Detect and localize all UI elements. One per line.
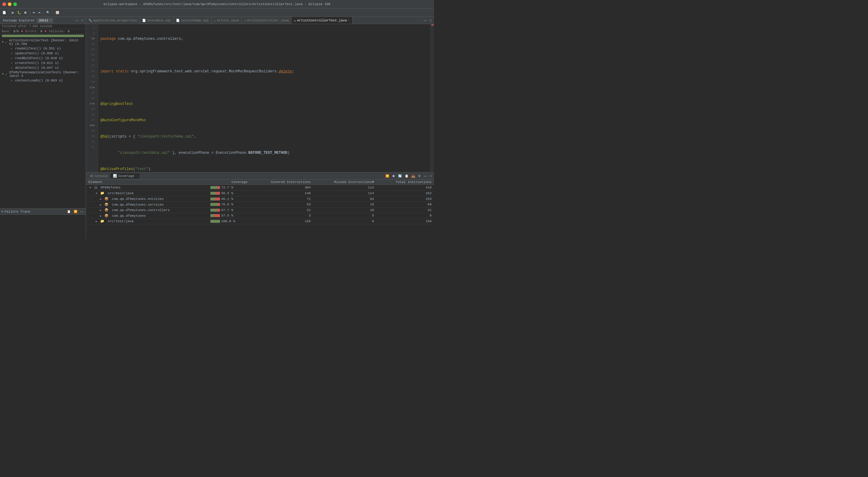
test-readall[interactable]: ✔ readAllTest() (0.551 s) [0,46,86,51]
expand-controllers[interactable]: ▶ [99,209,103,212]
cell-missed-services: 16 [313,202,377,207]
coverage-settings[interactable]: ⚙ [417,174,422,178]
expand-services[interactable]: ▶ [99,203,103,207]
test-readbyid[interactable]: ✔ readByIdTest() (0.010 s) [0,56,86,61]
toolbar-next[interactable]: ➡ [37,10,42,15]
junit-panel: Finished after 7.896 seconds Runs: 6/6 ✖… [0,24,86,208]
cov-red-services [218,203,220,206]
suite-app-label: DfeMyTunesApplicationTests [Runner: JUni… [9,71,85,78]
junit-tab-close[interactable]: × [50,19,51,22]
cov-pct-base: 37.5 % [221,214,233,217]
coverage-toolbar-2[interactable]: ⏹ [391,174,396,178]
coverage-label: Coverage [118,174,134,178]
maximize-button[interactable] [13,2,17,6]
ln-23: 23 [86,42,97,47]
suite-artist-arrow[interactable]: ▼ [1,41,4,44]
test-suite-app[interactable]: ▼ ✔ DfeMyTunesApplicationTests [Runner: … [0,70,86,78]
coverage-tab-close[interactable]: × [135,175,137,178]
tab-icon-artist: ☕ [214,19,216,22]
toolbar-prev[interactable]: ⬅ [31,10,36,15]
coverage-minimize[interactable]: — [423,174,428,178]
sep1 [9,10,9,15]
tab-artist-java[interactable]: ☕ Artist.java [212,17,242,24]
ln-31: 31● [86,85,97,91]
editor-tabs-maximize[interactable]: □ [429,18,433,23]
maximize-panel[interactable]: □ [80,18,85,23]
cell-name-dfemytunes: ▼ 🗂 DFEMyTunes [86,185,208,191]
expand-srcmainjava[interactable]: ▼ [95,192,98,195]
panel-tab-controls: — □ [74,18,85,23]
ln-24: 24 [86,47,97,53]
cov-green-base [210,214,214,217]
expand-entities[interactable]: ▶ [99,198,103,201]
tab-artistcontroller-java[interactable]: ☕ ArtistController.java [242,17,292,24]
tab-package-explorer[interactable]: Package Explorer [1,18,37,23]
test-update-icon: ✔ [10,51,14,56]
expand-base[interactable]: ▶ [99,214,103,218]
suite-app-arrow[interactable]: ▼ [1,73,4,76]
tab-junit[interactable]: JUnit × [37,18,53,23]
toolbar-window[interactable]: 🪟 [54,10,60,15]
tab-coverage[interactable]: 📊 Coverage × [111,173,140,178]
test-update[interactable]: ✔ updateTest() (0.086 s) [0,51,86,56]
test-readbyid-icon: ✔ [10,56,14,60]
cov-pct-dfemytunes: 72.7 % [221,186,233,190]
coverage-toolbar-4[interactable]: 📋 [404,174,409,178]
tab-testschema-sql[interactable]: 📄 testschema.sql [174,17,211,24]
label-entities: com.qa.dfemytunes.entities [112,197,164,201]
expand-srctestjava[interactable]: ▶ [95,220,98,224]
pkg-icon-entities: 📦 [104,197,108,201]
test-create[interactable]: ✔ createTest() (0.011 s) [0,61,86,65]
toolbar-debug[interactable]: 🐛 [16,10,22,15]
cov-pct-srctestjava: 100.0 % [221,219,235,223]
coverage-toolbar-1[interactable]: 🔽 [384,174,390,178]
cell-cov-entities: 46.1 % [208,196,250,202]
tab-artistcontrollertest-java[interactable]: ☕ ArtistControllerTest.java × [291,17,352,24]
coverage-table: Element Coverage Covered Instructions Mi… [86,180,434,238]
traffic-lights[interactable] [2,2,17,6]
coverage-row-srctestjava[interactable]: ▶ 📁 src/test/java 100. [86,218,434,224]
minimize-panel[interactable]: — [74,18,80,23]
toolbar-run[interactable]: ▶ [10,10,16,15]
ln-25: 25 [86,53,97,58]
test-delete[interactable]: ✔ deleteTest() (0.047 s) [0,65,86,70]
cov-green-controllers [210,209,217,212]
coverage-row-base[interactable]: ▶ 📦 com.qa.dfemytunes [86,213,434,218]
tab-close-artistcontrollertest[interactable]: × [348,19,349,22]
line-numbers: 1 2 3● 23 24 25 26 27 28 29 30 31● 32 33… [86,24,98,172]
tab-testdata-sql[interactable]: 📄 testdata.sql [140,17,174,24]
coverage-maximize[interactable]: □ [429,174,433,178]
main-layout: Package Explorer JUnit × — □ Finished af… [0,17,434,238]
toolbar-search-global[interactable]: 🔍 [45,10,51,15]
suite-artist-label: ArtistControllerTest [Runner: JUnit 5] (… [9,39,85,46]
coverage-row-entities[interactable]: ▶ 📦 com.qa.dfemytunes.entities [86,196,434,202]
toolbar-stop[interactable]: ⏹ [23,10,28,15]
failure-trace-label: Failure Trace [4,210,30,213]
coverage-row-dfemytunes[interactable]: ▼ 🗂 DFEMyTunes 72.7 % [86,185,434,191]
coverage-export[interactable]: 📤 [410,174,416,178]
editor-tabs-minimize[interactable]: — [423,18,428,23]
failure-trace-icon: ≡ [1,210,3,213]
code-content[interactable]: package com.qa.dfemytunes.controllers; i… [98,24,430,172]
tab-application-properties[interactable]: 🔧 application.properties [86,17,140,24]
tab-console[interactable]: 🖥 Console [87,173,111,178]
coverage-row-services[interactable]: ▶ 📦 com.qa.dfemytunes.services [86,202,434,207]
failure-trace-filter[interactable]: 🔽 [72,209,79,214]
close-button[interactable] [2,2,6,6]
minimize-button[interactable] [8,2,11,6]
toolbar-new[interactable]: 📄 [1,10,7,15]
ln-35: 35 [86,107,97,112]
test-contextloads[interactable]: ✔ contextLoads() (0.003 s) [0,78,86,83]
failure-trace-minimize[interactable]: — [79,209,85,214]
coverage-row-controllers[interactable]: ▶ 📦 com.qa.dfemytunes.controllers [86,207,434,213]
failure-trace-copy[interactable]: 📋 [66,209,72,214]
code-line-25: @AutoConfigureMockMvc [100,117,428,123]
coverage-row-srcmainjava[interactable]: ▼ 📁 src/main/java 56.5 [86,191,434,196]
expand-dfemytunes[interactable]: ▼ [88,186,92,190]
label-controllers: com.qa.dfemytunes.controllers [112,208,169,212]
sep3 [43,10,43,15]
coverage-toolbar-3[interactable]: 🔄 [397,174,403,178]
test-suite-artist[interactable]: ▼ ✔ ArtistControllerTest [Runner: JUnit … [0,38,86,46]
tab-label-testschema: testschema.sql [181,19,209,22]
cell-covered-services: 53 [250,202,313,207]
